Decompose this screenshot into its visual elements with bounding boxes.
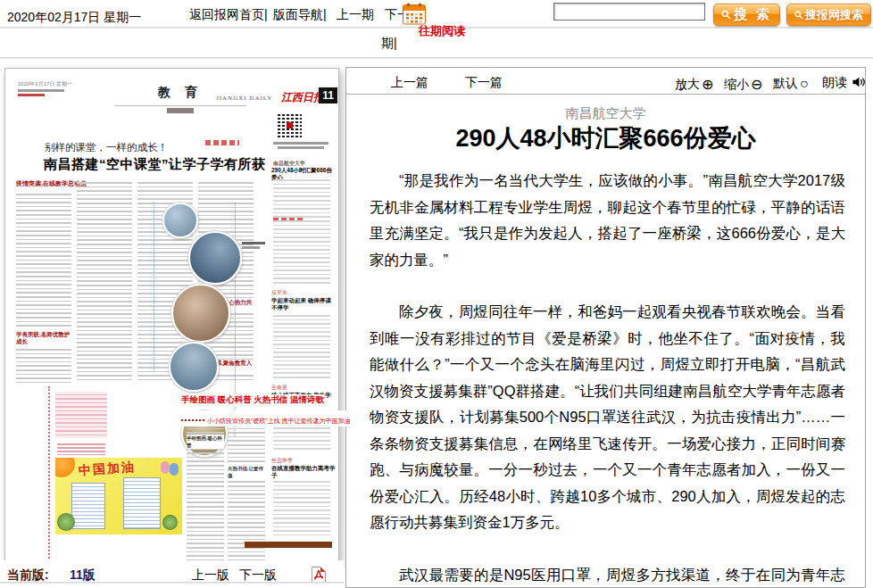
search-icon [794, 11, 803, 20]
thumb-subhead: 学有所获,名师优教护成长 [16, 331, 71, 345]
thumb-paper-name-en: JIANGXI DAILY [216, 95, 272, 102]
zoom-out-label: 缩小 [724, 77, 749, 91]
qr-code [278, 113, 302, 137]
thumb-text-column [77, 182, 132, 383]
pdf-download-icon[interactable] [311, 566, 327, 588]
default-size-control[interactable]: 默认○ [773, 75, 809, 92]
calendar-icon[interactable] [403, 3, 426, 25]
feature-subtitle-text: 小小防疫宣传员“硬核”上线 携手让爱传递为中国加油 [207, 418, 351, 424]
feature-subtitle: 小小防疫宣传员“硬核”上线 携手让爱传递为中国加油 [181, 410, 351, 427]
drawing-virus [57, 513, 75, 531]
site-search-button[interactable]: 搜报网搜索 [786, 4, 871, 26]
children-drawing: 中国加油 [55, 458, 182, 534]
back-home-link[interactable]: 返回报网首页| [189, 7, 268, 23]
thumb-masthead-line [18, 89, 64, 92]
thumb-side-title: 学起来动起来 确保停课不停学 [271, 297, 336, 311]
drawing-virus [162, 515, 178, 530]
qr-caption-line [278, 146, 324, 149]
article-paragraph: “那是我作为一名当代大学生，应该做的小事。”南昌航空大学2017级无机非金属材料… [370, 168, 845, 273]
page-nav-link[interactable]: 版面导航| [273, 7, 327, 23]
thumb-sidebar-column [273, 315, 330, 379]
thumb-text-column [16, 349, 71, 383]
bottom-divider [0, 582, 344, 584]
zoom-in-icon: ⊕ [702, 77, 713, 92]
article-body: “那是我作为一名当代大学生，应该做的小事。”南昌航空大学2017级无机非金属材料… [370, 168, 845, 588]
thumb-section-title: 教 育 [139, 85, 221, 101]
next-issue-link-wrap[interactable]: 期| [381, 36, 397, 52]
next-article-link[interactable]: 下一篇 [465, 75, 503, 91]
thumb-kicker: 别样的课堂，一样的成长！ [45, 141, 168, 154]
default-size-label: 默认 [773, 76, 798, 90]
search-button-label: 搜 索 [734, 6, 772, 23]
search-input[interactable] [553, 3, 705, 21]
thumb-side-city: 全南县 [271, 384, 336, 392]
feature-poem-lines [57, 442, 105, 455]
site-search-button-label: 搜报网搜索 [805, 7, 863, 23]
thumb-sidebar-column [273, 481, 330, 538]
prev-article-link[interactable]: 上一篇 [391, 75, 428, 91]
zoom-out-icon: ⊖ [751, 77, 762, 92]
thumb-section-rule [114, 105, 246, 106]
thumb-main-headline[interactable]: 南昌搭建“空中课堂”让学子学有所获 [44, 156, 266, 173]
photo-caption-line [242, 242, 265, 244]
top-divider-2 [0, 57, 873, 59]
drawing-slogan: 中国加油 [78, 460, 136, 479]
photo-circle [171, 284, 230, 343]
drawing-figure [161, 461, 170, 474]
search-icon [721, 10, 731, 20]
feature-dotted-border [48, 386, 50, 588]
thumb-text-column [16, 194, 71, 327]
photo-caption-line [242, 246, 260, 249]
dot-lead-decoration [181, 419, 204, 421]
zoom-in-control[interactable]: 放大⊕ [675, 75, 713, 93]
feature-subhead: 火热书信,让爱传递 [228, 465, 265, 479]
read-aloud-control[interactable]: 朗读 [822, 75, 865, 91]
photo-connector-blue [154, 203, 154, 372]
article-title: 290人48小时汇聚666份爱心 [346, 122, 865, 154]
article-paragraph: 除夕夜，周煜同往年一样，和爸妈一起观看央视春节联欢晚会。当看到唯一没有彩排过的节… [370, 299, 845, 536]
article-paragraph: 武汉最需要的是N95医用口罩，周煜多方找渠道，终于在同为青年志愿者的南昌航空大学… [370, 562, 845, 588]
feature-art-thumbnail [55, 392, 107, 438]
speaker-icon [852, 76, 865, 88]
article-school: 南昌航空大学 [346, 105, 865, 122]
thumb-paper-name-cn: 江西日报 [281, 90, 324, 105]
photo-circle [162, 203, 198, 238]
thumb-masthead-redmark [18, 94, 45, 96]
photo-circle [169, 342, 219, 392]
photo-circle [188, 231, 242, 285]
zoom-in-label: 放大 [675, 77, 700, 91]
toolbar-divider [346, 94, 865, 95]
feature-headline[interactable]: 手绘图画 暖心科普 火热书信 温情诗歌 [181, 394, 324, 406]
default-size-icon: ○ [800, 76, 809, 91]
red-tag-decoration [205, 140, 239, 145]
bottom-bar: 当前版: 11版 上一版 下一版 [0, 560, 344, 588]
drawing-paper [71, 483, 105, 529]
thumb-side-title: 在线直播教学助力高考学子 [271, 465, 336, 479]
drawing-paper [123, 477, 161, 529]
thumb-section-tag [167, 108, 194, 113]
thumb-masthead-date: 2020年2月17日 星期一 [18, 80, 72, 88]
top-bar: 2020年02月17日 星期一 返回报网首页| 版面导航| 上一期 下一 期| … [0, 0, 873, 59]
thumb-page-number: 11 [319, 87, 337, 104]
thumb-side-item[interactable]: 乐平市 学起来动起来 确保停课不停学 [271, 288, 336, 312]
thumb-bottom-rule [245, 542, 332, 548]
thumb-side-city: 分宜中学 [271, 457, 336, 465]
thumb-side-item[interactable]: 分宜中学 在线直播教学助力高考学子 [271, 456, 336, 480]
feature-subhead: 手绘图画,暖心科普 [187, 435, 224, 449]
issue-date: 2020年02月17日 星期一 [7, 10, 141, 26]
search-button[interactable]: 搜 索 [713, 4, 780, 26]
drawing-sun [55, 458, 75, 477]
qr-caption-line [273, 142, 328, 145]
thumb-sidebar-column [273, 179, 330, 286]
newspaper-page-thumbnail[interactable]: 2020年2月17日 星期一 教 育 JIANGXI DAILY 江西日报 11… [4, 68, 339, 564]
past-issues-link[interactable]: 往期阅读 [419, 23, 465, 39]
thumb-side-city: 乐平市 [271, 289, 336, 297]
prev-issue-link[interactable]: 上一期 [337, 7, 374, 23]
drawing-figure [170, 463, 179, 476]
zoom-out-control[interactable]: 缩小⊖ [724, 75, 762, 93]
article-panel: 上一篇 下一篇 放大⊕ 缩小⊖ 默认○ 朗读 南昌航空大学 290人48小时汇聚… [345, 67, 866, 588]
read-aloud-label: 朗读 [822, 75, 847, 89]
